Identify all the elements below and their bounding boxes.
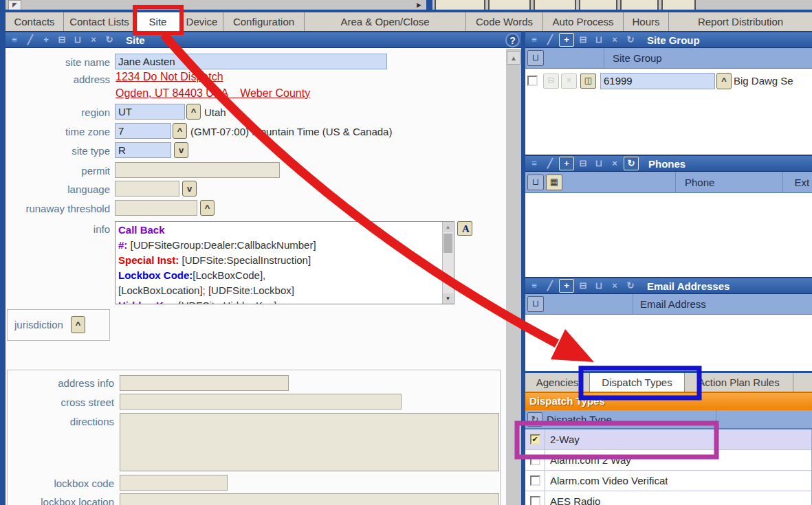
scroll-corner-button[interactable]: ◤ — [8, 0, 21, 10]
delete-icon[interactable]: ⊔ — [592, 157, 606, 170]
lockbox-code-label: lockbox code — [8, 478, 114, 489]
dispatch-type-row-2way[interactable]: ✔ 2-Way — [525, 429, 812, 450]
edit-icon[interactable]: ╱ — [543, 34, 557, 46]
main-tab-bar: Contacts Contact Lists Site Device Confi… — [6, 10, 812, 34]
site-panel-title: Site — [126, 34, 145, 46]
tab-contacts[interactable]: Contacts — [6, 12, 64, 31]
refresh-icon[interactable]: ↻ — [102, 34, 116, 46]
add-icon[interactable]: + — [559, 33, 574, 47]
close-icon[interactable]: × — [608, 280, 622, 292]
address-info-input[interactable] — [120, 375, 289, 391]
region-label: region — [6, 106, 110, 118]
checkbox-icon[interactable] — [530, 455, 540, 465]
language-input[interactable] — [115, 181, 179, 197]
site-panel-scrollbar[interactable]: ▲ — [506, 49, 521, 505]
address-link-line2[interactable]: Ogden, UT 84403 USA Weber County — [116, 87, 310, 100]
time-zone-spin-button[interactable]: ^ — [173, 123, 187, 139]
scroll-up-icon[interactable]: ▲ — [443, 222, 453, 232]
edit-icon[interactable]: ╱ — [23, 34, 37, 46]
dispatch-type-row-alarmcom-2way[interactable]: Alarm.com 2 Way — [525, 450, 812, 471]
stages-app-window: ◤ ► Contacts Contact Lists Site Device C… — [0, 0, 812, 505]
close-icon[interactable]: × — [608, 34, 622, 46]
lockbox-location-label: lockbox location — [8, 496, 114, 505]
scroll-right-icon[interactable]: ► — [415, 1, 423, 10]
tab-agencies[interactable]: Agencies — [525, 373, 590, 392]
scrollbar-thumb[interactable] — [443, 234, 452, 253]
site-type-input[interactable] — [115, 142, 171, 158]
site-group-spin-button[interactable]: ^ — [716, 73, 732, 89]
directions-label: directions — [8, 416, 114, 427]
checkbox-checked-icon[interactable]: ✔ — [530, 434, 540, 445]
region-spin-button[interactable]: ^ — [186, 104, 201, 120]
language-dropdown-button[interactable]: v — [182, 181, 197, 197]
column-divider — [782, 172, 783, 192]
tab-site[interactable]: Site — [135, 12, 181, 31]
refresh-list-button[interactable]: ↻ — [527, 412, 542, 427]
close-icon[interactable]: × — [87, 34, 100, 46]
scroll-down-icon[interactable]: ▼ — [443, 293, 453, 304]
help-icon[interactable]: ? — [505, 33, 520, 47]
tab-action-plan-rules[interactable]: Action Plan Rules — [685, 373, 793, 392]
add-icon[interactable]: + — [39, 34, 53, 46]
permit-input[interactable] — [115, 162, 280, 178]
hierarchy-icon[interactable]: ◫ — [580, 74, 596, 89]
runaway-threshold-input[interactable] — [115, 200, 197, 216]
time-zone-input[interactable] — [115, 123, 171, 139]
tab-configuration[interactable]: Configuration — [223, 12, 305, 31]
delete-row-button[interactable]: ⊔ — [527, 50, 544, 66]
checkbox-icon[interactable] — [530, 496, 540, 505]
edit-icon[interactable]: ╱ — [543, 157, 557, 170]
close-icon[interactable]: × — [608, 157, 622, 170]
site-name-input[interactable] — [115, 54, 387, 69]
delete-icon[interactable]: ⊔ — [592, 280, 606, 292]
dispatch-type-row-alarmcom-video[interactable]: Alarm.com Video Verificat — [525, 471, 812, 491]
tab-auto-process[interactable]: Auto Process — [543, 12, 624, 31]
runaway-spin-button[interactable]: ^ — [200, 200, 215, 216]
site-group-checkbox[interactable] — [527, 76, 538, 86]
column-divider — [633, 294, 633, 314]
save-icon[interactable]: ⊟ — [576, 280, 590, 292]
tab-report-distribution[interactable]: Report Distribution — [669, 12, 812, 31]
menu-icon[interactable]: ≡ — [8, 34, 21, 46]
menu-icon[interactable]: ≡ — [527, 157, 541, 170]
delete-row-button[interactable]: ⊔ — [527, 296, 544, 312]
cross-street-input[interactable] — [120, 394, 402, 409]
tab-code-words[interactable]: Code Words — [466, 12, 543, 31]
address-link-line1[interactable]: 1234 Do Not Dispatch — [116, 71, 223, 83]
save-icon[interactable]: ⊟ — [55, 34, 69, 46]
site-group-number-input[interactable] — [600, 73, 715, 89]
region-input[interactable] — [115, 104, 185, 120]
jurisdiction-spin-button[interactable]: ^ — [71, 316, 85, 333]
font-button[interactable]: A — [457, 221, 472, 236]
scroll-up-icon[interactable]: ▲ — [507, 51, 520, 65]
refresh-icon[interactable]: ↻ — [624, 280, 637, 292]
tab-contact-lists[interactable]: Contact Lists — [64, 12, 135, 31]
tab-hours[interactable]: Hours — [624, 12, 669, 31]
lockbox-location-input[interactable] — [120, 493, 499, 505]
delete-row-button[interactable]: ⊔ — [527, 175, 544, 190]
save-icon[interactable]: ⊟ — [576, 157, 590, 170]
refresh-icon[interactable]: ↻ — [624, 157, 639, 170]
delete-icon[interactable]: ⊔ — [71, 34, 85, 46]
tab-device[interactable]: Device — [181, 12, 223, 31]
add-icon[interactable]: + — [559, 279, 574, 293]
checkbox-icon[interactable] — [530, 475, 540, 486]
tab-dispatch-types[interactable]: Dispatch Types — [590, 373, 685, 392]
directions-textarea[interactable] — [120, 413, 499, 471]
dispatch-type-row-aes-radio[interactable]: AES Radio — [525, 491, 812, 505]
site-type-dropdown-button[interactable]: v — [174, 142, 188, 158]
menu-icon[interactable]: ≡ — [527, 280, 541, 292]
delete-icon[interactable]: ⊔ — [592, 34, 606, 46]
info-scrollbar[interactable]: ▲ ▼ — [442, 222, 454, 304]
email-subheader: ⊔ Email Address — [525, 294, 812, 315]
edit-icon[interactable]: ╱ — [543, 280, 557, 292]
info-richtext-box[interactable]: Call Back #: [UDFSiteGroup:Dealer:Callba… — [115, 221, 454, 304]
dial-pad-button[interactable]: ▦ — [546, 175, 562, 190]
menu-icon[interactable]: ≡ — [527, 34, 541, 46]
site-group-subheader: ⊔ Site Group — [525, 48, 812, 69]
save-icon[interactable]: ⊟ — [576, 34, 590, 46]
refresh-icon[interactable]: ↻ — [624, 34, 637, 46]
add-icon[interactable]: + — [559, 157, 574, 170]
lockbox-code-input[interactable] — [120, 475, 228, 491]
tab-area-open-close[interactable]: Area & Open/Close — [305, 12, 466, 31]
